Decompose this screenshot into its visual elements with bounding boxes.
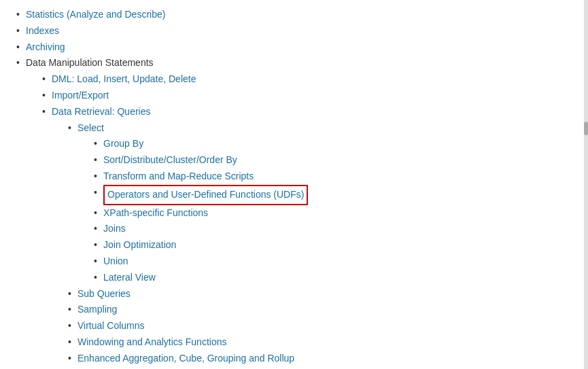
indexes-link[interactable]: Indexes <box>26 25 59 36</box>
list-item: Virtual Columns <box>65 318 574 334</box>
list-item: Sort/Distribute/Cluster/Order By <box>91 152 574 169</box>
data-manipulation-label: Data Manipulation Statements <box>26 57 154 68</box>
joins-link[interactable]: Joins <box>103 223 126 234</box>
dml-link[interactable]: DML: Load, Insert, Update, Delete <box>52 73 196 84</box>
operators-udfs-highlight: Operators and User-Defined Functions (UD… <box>103 185 308 205</box>
data-retrieval-sublist: Select Group By Sort/Distribute/Cluster/… <box>52 120 574 367</box>
list-item: Windowing and Analytics Functions <box>65 334 574 351</box>
sub-queries-link[interactable]: Sub Queries <box>77 288 131 299</box>
dms-list: Data Manipulation Statements DML: Load, … <box>14 55 574 369</box>
list-item: Join Optimization <box>91 237 574 253</box>
group-by-link[interactable]: Group By <box>103 138 143 149</box>
list-item: XPath-specific Functions <box>91 205 574 222</box>
lateral-view-link[interactable]: Lateral View <box>103 272 156 283</box>
list-item: Transform and Map-Reduce Scripts <box>91 169 574 185</box>
list-item: Group By <box>91 136 574 152</box>
sort-distribute-link[interactable]: Sort/Distribute/Cluster/Order By <box>103 154 237 165</box>
select-sublist: Group By Sort/Distribute/Cluster/Order B… <box>77 136 574 285</box>
union-link[interactable]: Union <box>103 256 128 266</box>
list-item: Operators and User-Defined Functions (UD… <box>91 185 574 205</box>
list-item: Statistics (Analyze and Describe) <box>14 7 574 23</box>
list-item: DML: Load, Insert, Update, Delete <box>39 71 574 88</box>
xpath-functions-link[interactable]: XPath-specific Functions <box>103 207 208 218</box>
join-optimization-link[interactable]: Join Optimization <box>103 239 176 250</box>
dms-sublist: DML: Load, Insert, Update, Delete Import… <box>26 71 574 366</box>
list-item: Joins <box>91 221 574 237</box>
enhanced-link[interactable]: Enhanced Aggregation, Cube, Grouping and… <box>77 353 294 364</box>
windowing-link[interactable]: Windowing and Analytics Functions <box>77 336 226 347</box>
list-item: Select Group By Sort/Distribute/Cluster/… <box>65 120 574 286</box>
list-item: Union <box>91 253 574 270</box>
list-item: Data Manipulation Statements DML: Load, … <box>14 55 574 366</box>
statistics-link[interactable]: Statistics (Analyze and Describe) <box>26 9 165 20</box>
list-item: Sub Queries <box>65 286 574 302</box>
import-export-link[interactable]: Import/Export <box>52 90 109 101</box>
list-item: Enhanced Aggregation, Cube, Grouping and… <box>65 351 574 367</box>
main-content: Statistics (Analyze and Describe) Indexe… <box>0 0 588 369</box>
list-item: Explain Execution Plan <box>14 367 574 369</box>
operators-udfs-link[interactable]: Operators and User-Defined Functions (UD… <box>107 189 304 200</box>
transform-link[interactable]: Transform and Map-Reduce Scripts <box>103 171 254 181</box>
data-retrieval-link[interactable]: Data Retrieval: Queries <box>52 106 151 117</box>
list-item: Lateral View <box>91 270 574 286</box>
virtual-columns-link[interactable]: Virtual Columns <box>77 320 145 331</box>
list-item: Archiving <box>14 39 574 56</box>
archiving-link[interactable]: Archiving <box>26 41 65 52</box>
list-item: Indexes <box>14 23 574 39</box>
list-item: Data Retrieval: Queries Select Group By … <box>39 104 574 367</box>
scrollbar-thumb[interactable] <box>584 122 588 135</box>
list-item: Sampling <box>65 302 574 318</box>
main-list: Statistics (Analyze and Describe) Indexe… <box>14 7 574 55</box>
scrollbar[interactable] <box>584 0 588 369</box>
list-item: Import/Export <box>39 88 574 104</box>
select-link[interactable]: Select <box>77 122 104 133</box>
sampling-link[interactable]: Sampling <box>77 304 117 315</box>
